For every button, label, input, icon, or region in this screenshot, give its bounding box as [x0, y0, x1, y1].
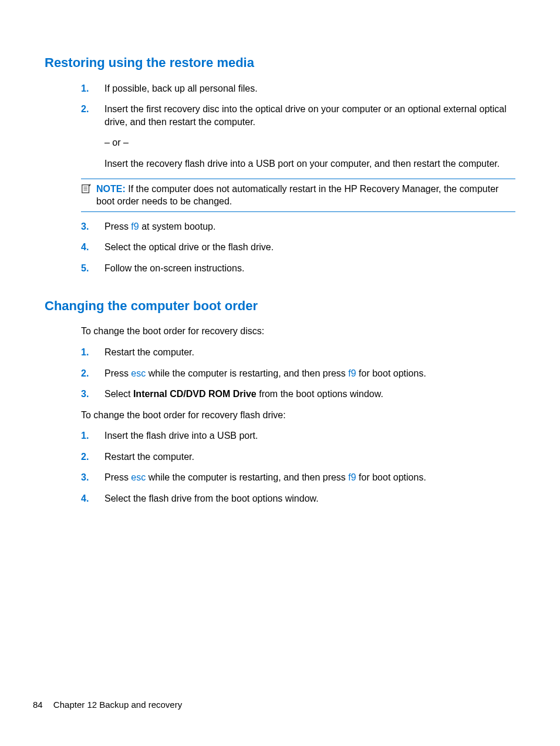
list-number: 1. [81, 429, 104, 442]
list-text: Insert the first recovery disc into the … [104, 103, 515, 128]
list-content: Restart the computer. [104, 451, 515, 463]
key-f9: f9 [348, 472, 356, 482]
key-f9: f9 [348, 368, 356, 378]
key-esc: esc [131, 472, 146, 482]
list-item: 1. Restart the computer. [81, 346, 515, 359]
list-item: 1. If possible, back up all personal fil… [81, 82, 515, 95]
list-content: Press f9 at system bootup. [104, 220, 515, 233]
heading-boot-order: Changing the computer boot order [45, 297, 515, 315]
page-number: 84 [33, 700, 43, 710]
page-footer: 84 Chapter 12 Backup and recovery [33, 699, 182, 711]
list-text: for boot options. [356, 368, 426, 378]
list-text: for boot options. [356, 472, 426, 482]
list-number: 1. [81, 346, 104, 359]
intro-text: To change the boot order for recovery fl… [45, 409, 515, 422]
list-number: 4. [81, 492, 104, 505]
list-content: Insert the first recovery disc into the … [104, 103, 515, 170]
list-number: 3. [81, 388, 104, 401]
ordered-list-1b: 3. Press f9 at system bootup. 4. Select … [45, 220, 515, 275]
list-item: 5. Follow the on-screen instructions. [81, 262, 515, 275]
list-content: Restart the computer. [104, 346, 515, 359]
list-item: 2. Insert the first recovery disc into t… [81, 103, 515, 170]
ordered-list-3: 1. Insert the flash drive into a USB por… [45, 429, 515, 505]
list-content: Insert the flash drive into a USB port. [104, 429, 515, 442]
list-text: while the computer is restarting, and th… [146, 368, 348, 378]
list-number: 3. [81, 471, 104, 484]
intro-text: To change the boot order for recovery di… [45, 325, 515, 338]
list-content: Select the optical drive or the flash dr… [104, 241, 515, 254]
list-item: 1. Insert the flash drive into a USB por… [81, 429, 515, 442]
key-f9: f9 [131, 221, 139, 231]
list-content: Select the flash drive from the boot opt… [104, 492, 515, 505]
note-box: NOTE: If the computer does not automatic… [81, 179, 515, 212]
list-text: Press [104, 368, 131, 378]
list-number: 2. [81, 103, 104, 170]
chapter-label: Chapter 12 Backup and recovery [53, 700, 182, 710]
note-body: If the computer does not automatically r… [96, 184, 498, 207]
list-number: 3. [81, 220, 104, 233]
list-number: 1. [81, 82, 104, 95]
list-item: 2. Restart the computer. [81, 451, 515, 463]
list-number: 4. [81, 241, 104, 254]
list-text: Select [104, 389, 133, 399]
list-number: 2. [81, 451, 104, 463]
list-text: while the computer is restarting, and th… [146, 472, 348, 482]
list-item: 3. Press esc while the computer is resta… [81, 471, 515, 484]
list-text: – or – [104, 136, 515, 149]
ordered-list-1: 1. If possible, back up all personal fil… [45, 82, 515, 170]
heading-restoring: Restoring using the restore media [45, 54, 515, 72]
list-text: from the boot options window. [257, 389, 383, 399]
list-text: at system bootup. [139, 221, 216, 231]
ordered-list-2: 1. Restart the computer. 2. Press esc wh… [45, 346, 515, 401]
list-content: Select Internal CD/DVD ROM Drive from th… [104, 388, 515, 401]
list-item: 2. Press esc while the computer is resta… [81, 367, 515, 380]
list-number: 5. [81, 262, 104, 275]
list-item: 4. Select the optical drive or the flash… [81, 241, 515, 254]
list-text: Press [104, 472, 131, 482]
note-text: NOTE: If the computer does not automatic… [96, 183, 515, 208]
list-content: If possible, back up all personal files. [104, 82, 515, 95]
list-text: Press [104, 221, 131, 231]
list-content: Press esc while the computer is restarti… [104, 367, 515, 380]
svg-rect-0 [82, 184, 89, 193]
list-text: Insert the recovery flash drive into a U… [104, 157, 515, 170]
note-icon [81, 183, 94, 197]
list-text: If possible, back up all personal files. [104, 82, 515, 95]
note-label: NOTE: [96, 184, 126, 194]
list-item: 3. Press f9 at system bootup. [81, 220, 515, 233]
list-number: 2. [81, 367, 104, 380]
bold-text: Internal CD/DVD ROM Drive [133, 389, 257, 399]
list-content: Press esc while the computer is restarti… [104, 471, 515, 484]
list-item: 4. Select the flash drive from the boot … [81, 492, 515, 505]
list-item: 3. Select Internal CD/DVD ROM Drive from… [81, 388, 515, 401]
list-content: Follow the on-screen instructions. [104, 262, 515, 275]
key-esc: esc [131, 368, 146, 378]
